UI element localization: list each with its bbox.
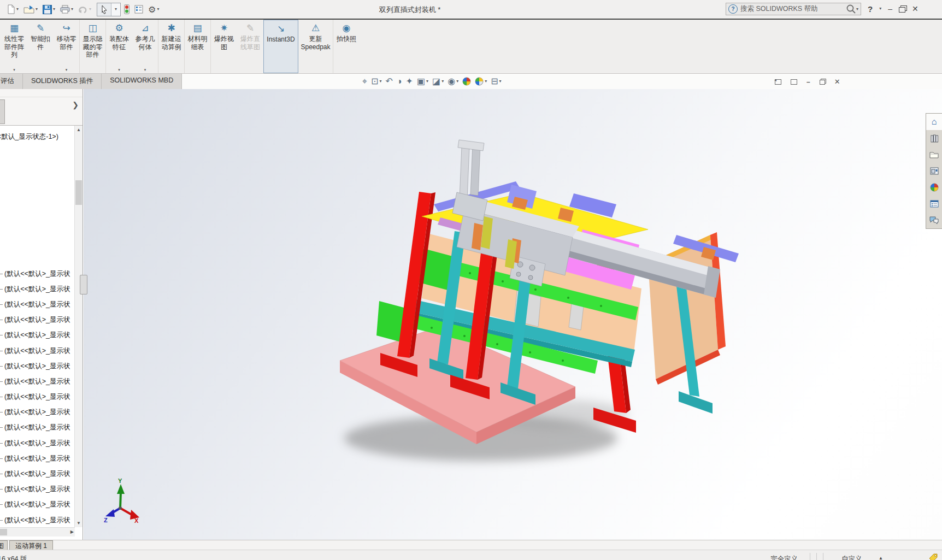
open-document-button[interactable]: ▾ — [22, 4, 39, 15]
view-list-button[interactable] — [133, 4, 145, 15]
window-icon[interactable] — [791, 79, 797, 85]
chevron-down-icon[interactable]: ▾ — [36, 7, 38, 11]
feature-tree-item[interactable]: (默认<<默认>_显示状 — [0, 482, 75, 497]
feature-tree-item[interactable]: (默认<<默认>_显示状 — [0, 266, 75, 281]
print-button[interactable]: ▾ — [58, 4, 75, 15]
panel-tab-partial[interactable] — [0, 99, 5, 124]
restore-button[interactable] — [899, 7, 905, 13]
chevron-down-icon[interactable]: ▾ — [16, 7, 19, 11]
scroll-down-icon[interactable]: ▼ — [75, 521, 83, 526]
search-icon[interactable] — [846, 4, 856, 14]
feature-tree-item[interactable]: (默认<<默认>_显示状 — [0, 390, 75, 405]
ribbon-button[interactable]: ⚠ 更新 Speedpak — [298, 20, 333, 73]
feature-tree-item[interactable]: (默认<<默认>_显示状 — [0, 281, 75, 297]
feature-tree-item[interactable]: (默认<<默认>_显示状 — [0, 313, 75, 328]
apply-scene-icon[interactable] — [475, 77, 484, 86]
feature-tree-item[interactable]: (默认<<默认>_显示状 — [0, 512, 75, 528]
section-view-icon[interactable]: ◑ — [397, 76, 402, 86]
chevron-down-icon[interactable]: ▾ — [53, 7, 55, 11]
ribbon-button[interactable]: ⚙ 装配体 特征 — [106, 20, 132, 73]
command-tab[interactable]: 评估 — [0, 74, 23, 89]
ribbon-button[interactable]: ◫ 显示隐 藏的零 部件 — [80, 20, 106, 73]
scrollbar-thumb[interactable] — [0, 529, 7, 535]
graphics-viewport[interactable]: Y X Z — [84, 89, 942, 540]
feature-tree-item[interactable]: (默认<<默认>_显示状 — [0, 451, 75, 466]
model-canvas[interactable]: Y X Z — [84, 89, 942, 540]
chevron-down-icon[interactable]: ▾ — [441, 79, 444, 84]
task-pane-appearances[interactable] — [926, 179, 942, 196]
ribbon-button[interactable]: ✎ 爆炸直 线草图 — [237, 20, 263, 73]
scroll-up-icon[interactable]: ▲ — [75, 127, 83, 132]
chevron-down-icon[interactable]: ▾ — [157, 7, 159, 11]
task-pane-home[interactable]: ⌂ — [926, 114, 942, 130]
chevron-down-icon[interactable]: ▾ — [456, 79, 458, 84]
new-document-button[interactable]: ▾ — [5, 3, 20, 15]
doc-close-icon[interactable]: ✕ — [834, 78, 840, 86]
vertical-scrollbar[interactable]: ▲ ▼ — [74, 126, 83, 527]
chevron-down-icon[interactable]: ▾ — [499, 79, 502, 84]
study-tab[interactable]: 图 — [0, 540, 8, 550]
zoom-to-area-icon[interactable]: ⊡ — [371, 76, 378, 86]
doc-minimize-icon[interactable]: – — [806, 78, 810, 86]
display-style-icon[interactable]: ◪ — [432, 76, 440, 86]
ribbon-button[interactable]: ▦ 线性零 部件阵 列 — [1, 20, 27, 73]
feature-tree-item[interactable]: (默认<<默认>_显示状 — [0, 466, 75, 481]
feature-tree-item[interactable]: (默认<<默认>_显示状 — [0, 435, 75, 451]
rebuild-button[interactable] — [122, 3, 131, 15]
chevron-down-icon[interactable]: ▾ — [379, 79, 381, 84]
horizontal-scrollbar[interactable]: ▶ — [0, 527, 75, 537]
doc-restore-icon[interactable] — [820, 80, 825, 85]
view-settings-icon[interactable]: ⊟ — [491, 76, 498, 86]
ribbon-button[interactable]: ⊿ 参考几 何体 — [132, 20, 158, 73]
save-button[interactable]: ▾ — [41, 4, 57, 15]
help-button[interactable]: ? — [868, 4, 873, 14]
feature-tree-item[interactable]: (默认<<默认>_显示状 — [0, 297, 75, 312]
ribbon-button[interactable]: ▤ 材料明 细表 — [185, 20, 211, 73]
task-pane-file-explorer[interactable] — [926, 146, 942, 163]
hide-show-items-icon[interactable]: ◉ — [448, 76, 455, 86]
chevron-down-icon[interactable]: ▾ — [485, 79, 487, 84]
tag-icon[interactable] — [929, 553, 938, 560]
task-pane-forum[interactable] — [926, 212, 942, 228]
ribbon-button[interactable]: ↘ Instant3D — [263, 20, 298, 73]
scrollbar-thumb[interactable] — [75, 180, 82, 205]
chevron-down-icon[interactable]: ▾ — [71, 7, 73, 11]
task-pane-design-library[interactable] — [926, 130, 942, 146]
chevron-down-icon[interactable]: ▾ — [426, 79, 428, 84]
options-button[interactable]: ⚙ ▾ — [146, 3, 161, 16]
ribbon-button[interactable]: ✱ 新建运 动算例 — [158, 20, 185, 73]
ribbon-button[interactable]: ✎ 智能扣 件 — [27, 20, 54, 73]
search-input[interactable]: 搜索 SOLIDWORKS 帮助 — [740, 4, 846, 14]
float-window-icon[interactable] — [775, 79, 781, 85]
command-tab[interactable]: SOLIDWORKS MBD — [102, 74, 182, 89]
edit-appearance-icon[interactable] — [462, 77, 471, 86]
flyout-expand-icon[interactable]: ❯ — [72, 101, 79, 109]
select-tool-button[interactable] — [97, 3, 111, 16]
feature-tree-item[interactable]: (默认<<默认>_显示状 — [0, 497, 75, 512]
ribbon-button[interactable]: ✷ 爆炸视 图 — [211, 20, 237, 73]
feature-tree-item[interactable]: (默认<<默认>_显示状 — [0, 420, 75, 435]
task-pane-custom-properties[interactable] — [926, 196, 942, 212]
ribbon-button[interactable]: ↪ 移动零 部件 — [54, 20, 80, 73]
custom-dropdown[interactable]: 自定义 — [841, 555, 862, 560]
feature-tree-item[interactable]: (默认<<默认>_显示状 — [0, 405, 75, 420]
chevron-down-icon[interactable]: ▾ — [856, 7, 858, 11]
previous-view-icon[interactable]: ↶ — [385, 76, 392, 86]
view-orientation-icon[interactable]: ▣ — [417, 76, 425, 86]
minimize-button[interactable]: – — [888, 3, 892, 14]
task-pane-view-palette[interactable] — [926, 163, 942, 179]
feature-tree-item[interactable]: (默认<<默认>_显示状 — [0, 374, 75, 389]
feature-tree-item[interactable]: (默认<<默认>_显示状 — [0, 328, 75, 343]
dynamic-annotation-views-icon[interactable]: ✦ — [406, 76, 413, 86]
panel-splitter-handle[interactable] — [80, 275, 87, 294]
ribbon-button[interactable]: ◉ 拍快照 — [333, 20, 360, 73]
search-box[interactable]: ? 搜索 SOLIDWORKS 帮助 ▾ — [726, 3, 861, 15]
feature-tree-item[interactable]: (默认<<默认>_显示状 — [0, 343, 75, 358]
feature-tree-item[interactable]: (默认<<默认>_显示状 — [0, 358, 75, 374]
chevron-down-icon[interactable]: ▾ — [879, 7, 881, 11]
select-tool-dropdown[interactable]: ▾ — [111, 3, 120, 16]
close-button[interactable]: ✕ — [912, 3, 919, 14]
assembly-root-item[interactable]: <默认_显示状态-1>) — [0, 132, 58, 142]
scroll-right-icon[interactable]: ▶ — [70, 529, 74, 534]
zoom-to-fit-icon[interactable]: ⌖ — [362, 76, 367, 86]
